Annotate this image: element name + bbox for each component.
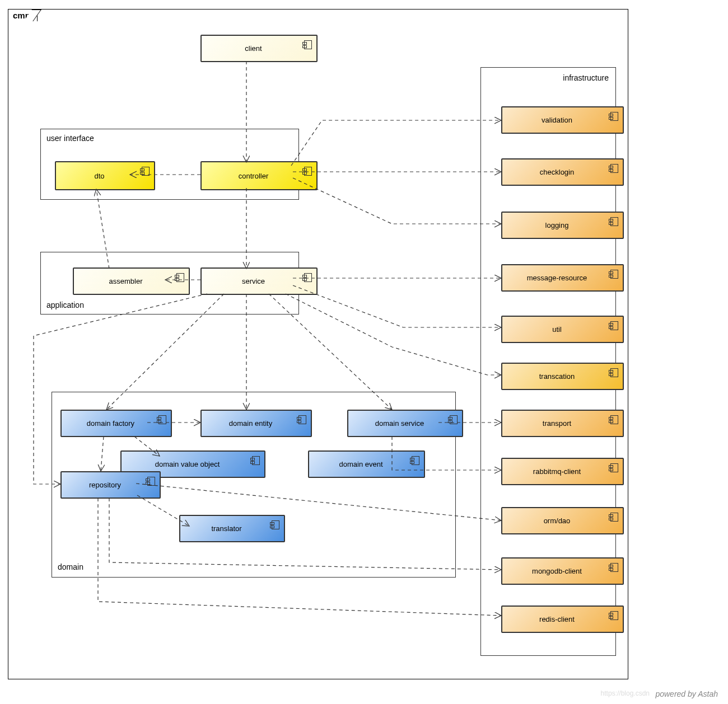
component-label: service bbox=[242, 277, 265, 285]
component-label: domain factory bbox=[87, 419, 134, 428]
component-icon bbox=[412, 456, 419, 465]
package-label: application bbox=[46, 301, 84, 309]
component-icon bbox=[304, 273, 312, 282]
component-label: repository bbox=[89, 481, 121, 489]
component-label: rabbitmq-client bbox=[533, 467, 581, 476]
component-icon bbox=[610, 368, 618, 377]
component-controller: controller bbox=[200, 161, 318, 190]
component-icon bbox=[147, 477, 155, 486]
frame-tab: cmp bbox=[8, 9, 38, 21]
component-client: client bbox=[200, 35, 318, 62]
component-icon bbox=[610, 112, 618, 121]
component-redis-client: redis-client bbox=[501, 606, 624, 633]
component-label: controller bbox=[239, 172, 268, 180]
component-domain-factory: domain factory bbox=[60, 410, 172, 437]
component-icon bbox=[610, 270, 618, 279]
component-label: dto bbox=[94, 172, 104, 180]
component-icon bbox=[610, 563, 618, 572]
component-rabbitmq-client: rabbitmq-client bbox=[501, 458, 624, 485]
watermark: https://blog.csdn bbox=[601, 689, 650, 697]
component-icon bbox=[304, 40, 312, 49]
component-icon bbox=[450, 415, 458, 424]
component-service: service bbox=[200, 267, 318, 295]
component-icon bbox=[252, 456, 260, 465]
component-label: transcation bbox=[539, 372, 575, 381]
component-dto: dto bbox=[55, 161, 155, 190]
component-icon bbox=[176, 273, 184, 282]
component-label: message-resource bbox=[527, 274, 587, 282]
package-label: user interface bbox=[46, 134, 94, 143]
component-label: checklogin bbox=[540, 168, 574, 176]
component-orm-dao: orm/dao bbox=[501, 507, 624, 534]
component-assembler: assembler bbox=[73, 267, 190, 295]
component-label: domain entity bbox=[229, 419, 272, 428]
component-label: transport bbox=[543, 419, 571, 428]
component-icon bbox=[610, 217, 618, 226]
component-label: logging bbox=[545, 221, 569, 229]
component-message-resource: message-resource bbox=[501, 264, 624, 292]
component-icon bbox=[610, 164, 618, 173]
component-label: orm/dao bbox=[544, 517, 571, 525]
component-util: util bbox=[501, 316, 624, 343]
component-icon bbox=[304, 167, 312, 176]
component-mongodb-client: mongodb-client bbox=[501, 557, 624, 585]
component-transcation: transcation bbox=[501, 363, 624, 390]
component-label: domain event bbox=[339, 460, 382, 468]
component-icon bbox=[610, 321, 618, 330]
package-label: domain bbox=[58, 562, 83, 571]
component-label: mongodb-client bbox=[532, 567, 582, 575]
frame-tab-label: cmp bbox=[13, 11, 30, 20]
component-transport: transport bbox=[501, 410, 624, 437]
component-label: assembler bbox=[109, 277, 143, 285]
component-logging: logging bbox=[501, 212, 624, 239]
component-icon bbox=[298, 415, 306, 424]
component-label: redis-client bbox=[539, 615, 575, 623]
component-label: translator bbox=[211, 524, 241, 533]
component-icon bbox=[142, 167, 150, 176]
component-validation: validation bbox=[501, 106, 624, 134]
component-repository: repository bbox=[60, 471, 161, 499]
component-checklogin: checklogin bbox=[501, 158, 624, 186]
component-icon bbox=[610, 611, 618, 620]
component-icon bbox=[610, 463, 618, 472]
component-icon bbox=[610, 415, 618, 424]
footer-credit: powered by Astah bbox=[655, 689, 718, 698]
component-label: client bbox=[245, 44, 262, 53]
component-label: util bbox=[552, 325, 562, 334]
component-icon bbox=[158, 415, 166, 424]
package-label: infrastructure bbox=[563, 73, 609, 82]
component-domain-service: domain service bbox=[347, 410, 463, 437]
component-label: domain service bbox=[375, 419, 424, 428]
component-domain-entity: domain entity bbox=[200, 410, 312, 437]
component-translator: translator bbox=[179, 515, 285, 542]
component-label: domain value object bbox=[155, 460, 220, 468]
component-icon bbox=[610, 513, 618, 522]
component-icon bbox=[272, 520, 279, 529]
diagram-canvas: cmp user interface application domain in… bbox=[0, 0, 728, 704]
component-domain-event: domain event bbox=[308, 450, 425, 478]
component-label: validation bbox=[542, 116, 572, 124]
